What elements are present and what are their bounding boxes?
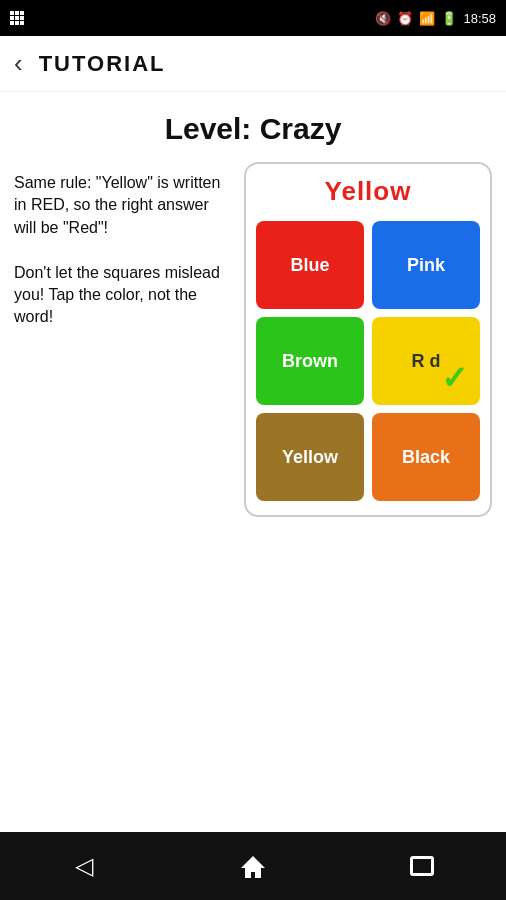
color-button-red[interactable]: R d ✓ (372, 317, 480, 405)
color-button-blue[interactable]: Blue (256, 221, 364, 309)
nav-bar: ‹ TUTORIAL (0, 36, 506, 92)
game-panel: Yellow Blue Pink Brown R d ✓ (244, 162, 492, 517)
color-button-black[interactable]: Black (372, 413, 480, 501)
back-nav-icon: ◁ (75, 852, 93, 880)
back-nav-button[interactable]: ◁ (54, 846, 114, 886)
clock: 18:58 (463, 11, 496, 26)
wifi-icon: 📶 (419, 11, 435, 26)
alarm-icon: ⏰ (397, 11, 413, 26)
word-display: Yellow (325, 176, 412, 207)
level-title: Level: Crazy (165, 112, 342, 146)
main-content: Level: Crazy Same rule: "Yellow" is writ… (0, 92, 506, 832)
recent-icon (410, 856, 434, 876)
color-button-label: Brown (282, 351, 338, 372)
page-title: TUTORIAL (39, 51, 166, 77)
color-button-yellow[interactable]: Yellow (256, 413, 364, 501)
home-icon (239, 852, 267, 880)
color-button-label: R d (412, 351, 441, 372)
color-button-label: Yellow (282, 447, 338, 468)
color-button-label: Blue (290, 255, 329, 276)
bottom-bar: ◁ (0, 832, 506, 900)
status-bar: 🔇 ⏰ 📶 🔋 18:58 (0, 0, 506, 36)
battery-icon: 🔋 (441, 11, 457, 26)
svg-marker-0 (241, 856, 265, 878)
color-grid: Blue Pink Brown R d ✓ Yellow B (256, 221, 480, 501)
tutorial-text: Same rule: "Yellow" is written in RED, s… (14, 162, 244, 329)
color-button-label: Pink (407, 255, 445, 276)
game-area: Same rule: "Yellow" is written in RED, s… (14, 162, 492, 517)
grid-icon (10, 11, 24, 25)
back-button[interactable]: ‹ (14, 48, 23, 79)
status-bar-left (10, 11, 24, 25)
status-bar-right: 🔇 ⏰ 📶 🔋 18:58 (375, 11, 496, 26)
checkmark-icon: ✓ (441, 359, 468, 397)
recent-nav-button[interactable] (392, 846, 452, 886)
mute-icon: 🔇 (375, 11, 391, 26)
color-button-brown[interactable]: Brown (256, 317, 364, 405)
color-button-label: Black (402, 447, 450, 468)
color-button-pink[interactable]: Pink (372, 221, 480, 309)
home-nav-button[interactable] (223, 846, 283, 886)
